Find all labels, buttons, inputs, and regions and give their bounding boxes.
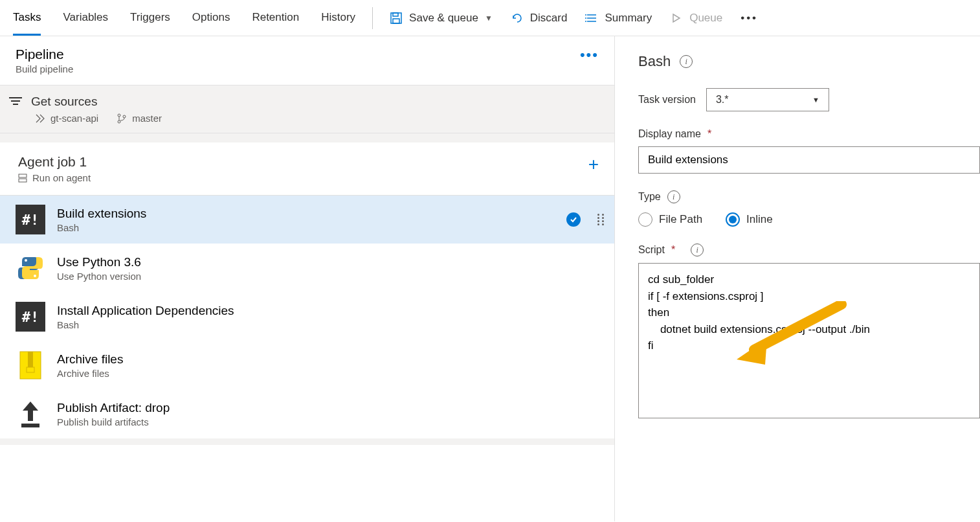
task-version-select[interactable]: 3.* ▼ — [706, 88, 829, 111]
radio-icon — [638, 212, 652, 227]
required-marker: * — [707, 128, 711, 140]
summary-button[interactable]: Summary — [585, 12, 652, 25]
svg-point-8 — [585, 21, 586, 22]
task-title: Archive files — [57, 352, 605, 367]
top-tab-bar: Tasks Variables Triggers Options Retenti… — [0, 0, 980, 36]
display-name-label: Display name — [638, 128, 701, 140]
branch-name: master — [132, 113, 162, 124]
svg-point-9 — [118, 114, 120, 117]
bash-icon: #! — [16, 302, 45, 332]
svg-point-11 — [123, 115, 126, 118]
type-label: Type — [638, 191, 661, 203]
task-title: Install Application Dependencies — [57, 304, 605, 318]
svg-rect-19 — [21, 424, 39, 427]
tab-triggers[interactable]: Triggers — [130, 1, 170, 35]
task-subtitle: Use Python version — [57, 271, 605, 282]
task-title: Build extensions — [57, 207, 555, 221]
repo-meta: gt-scan-api — [35, 113, 98, 124]
task-version-value: 3.* — [716, 94, 729, 106]
upload-icon — [16, 399, 45, 429]
check-icon — [566, 212, 581, 227]
drag-handle-icon[interactable] — [597, 214, 605, 225]
pipeline-panel: Pipeline Build pipeline ••• Get sources … — [0, 36, 615, 521]
svg-rect-13 — [19, 179, 27, 182]
queue-button[interactable]: Queue — [670, 12, 722, 25]
svg-rect-12 — [19, 174, 27, 177]
more-button[interactable]: ••• — [741, 12, 758, 25]
radio-label: File Path — [659, 213, 702, 226]
info-icon[interactable]: i — [667, 190, 680, 203]
agent-job-title: Agent job 1 — [18, 154, 91, 170]
svg-rect-18 — [27, 367, 34, 372]
archive-icon — [16, 350, 45, 380]
repo-name: gt-scan-api — [50, 113, 98, 124]
info-icon[interactable]: i — [691, 244, 704, 256]
agent-job-subtitle: Run on agent — [32, 172, 91, 183]
branch-meta: master — [117, 113, 162, 124]
task-detail-panel: Bash i Task version 3.* ▼ Display name *… — [615, 36, 980, 521]
script-label: Script — [638, 244, 665, 256]
task-row-use-python[interactable]: Use Python 3.6 Use Python version — [0, 244, 614, 293]
svg-point-15 — [34, 275, 36, 277]
tab-divider — [372, 7, 373, 29]
repo-icon — [35, 113, 45, 124]
task-subtitle: Archive files — [57, 368, 605, 379]
tab-history[interactable]: History — [321, 1, 355, 35]
pipeline-title: Pipeline — [16, 47, 73, 62]
spacer — [0, 438, 614, 445]
detail-heading: Bash — [638, 53, 671, 70]
server-icon — [18, 174, 27, 183]
task-subtitle: Bash — [57, 222, 555, 233]
task-subtitle: Bash — [57, 319, 605, 330]
sources-icon — [9, 97, 22, 106]
tab-variables[interactable]: Variables — [63, 1, 108, 35]
bash-icon: #! — [16, 205, 45, 234]
branch-icon — [117, 113, 127, 124]
save-queue-button[interactable]: Save & queue ▼ — [390, 12, 493, 25]
svg-point-14 — [25, 259, 27, 262]
display-name-input[interactable] — [638, 146, 980, 174]
svg-rect-2 — [393, 19, 399, 23]
svg-rect-17 — [28, 352, 33, 367]
pipeline-header[interactable]: Pipeline Build pipeline ••• — [0, 36, 614, 85]
play-icon — [670, 12, 683, 25]
chevron-down-icon: ▼ — [485, 14, 493, 23]
task-row-build-extensions[interactable]: #! Build extensions Bash — [0, 196, 614, 244]
task-row-publish[interactable]: Publish Artifact: drop Publish build art… — [0, 390, 614, 438]
toolbar: Save & queue ▼ Discard Summary Queue ••• — [390, 12, 758, 25]
agent-job-row[interactable]: Agent job 1 Run on agent + — [0, 142, 614, 196]
spacer — [0, 133, 614, 142]
discard-label: Discard — [530, 12, 568, 25]
save-icon — [390, 12, 403, 25]
pipeline-subtitle: Build pipeline — [16, 63, 73, 74]
radio-label: Inline — [746, 213, 773, 226]
list-icon — [585, 12, 598, 25]
tab-options[interactable]: Options — [192, 1, 230, 35]
get-sources-row[interactable]: Get sources gt-scan-api master — [0, 85, 614, 133]
discard-button[interactable]: Discard — [511, 12, 568, 25]
pipeline-more-button[interactable]: ••• — [580, 47, 599, 63]
ellipsis-icon: ••• — [741, 12, 758, 25]
svg-point-7 — [585, 17, 586, 19]
svg-point-10 — [118, 120, 120, 123]
queue-label: Queue — [689, 12, 722, 25]
task-version-label: Task version — [638, 94, 696, 106]
summary-label: Summary — [605, 12, 652, 25]
task-subtitle: Publish build artifacts — [57, 416, 605, 427]
tab-tasks[interactable]: Tasks — [13, 1, 41, 36]
chevron-down-icon: ▼ — [812, 96, 819, 104]
info-icon[interactable]: i — [680, 55, 693, 68]
python-icon — [16, 253, 45, 283]
tab-retention[interactable]: Retention — [252, 1, 299, 35]
task-row-archive[interactable]: Archive files Archive files — [0, 341, 614, 390]
tab-group: Tasks Variables Triggers Options Retenti… — [13, 1, 355, 35]
required-marker: * — [671, 244, 675, 256]
radio-icon — [726, 212, 740, 227]
task-row-install-deps[interactable]: #! Install Application Dependencies Bash — [0, 293, 614, 341]
add-task-button[interactable]: + — [588, 154, 599, 175]
script-textarea[interactable] — [638, 263, 980, 418]
type-radio-filepath[interactable]: File Path — [638, 212, 702, 227]
save-queue-label: Save & queue — [409, 12, 478, 25]
type-radio-inline[interactable]: Inline — [726, 212, 773, 227]
get-sources-title: Get sources — [31, 95, 97, 109]
